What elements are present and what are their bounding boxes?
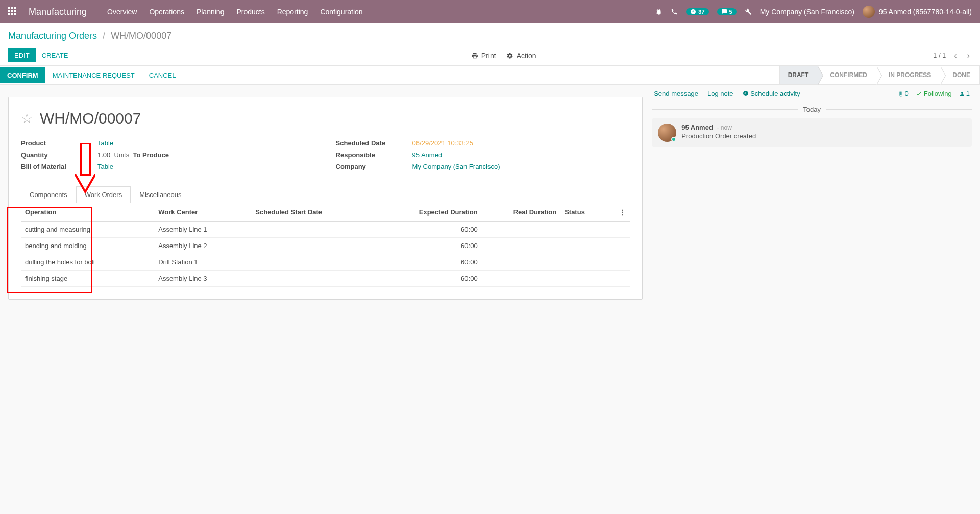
cell-operation: bending and molding [21,238,154,254]
pager-next[interactable]: › [965,51,972,60]
stage-inprogress[interactable]: IN PROGRESS [876,66,940,84]
table-row[interactable]: bending and moldingAssembly Line 260:00 [21,238,630,254]
user-menu[interactable]: 95 Anmed (8567780-14-0-all) [863,6,972,18]
col-startdate[interactable]: Scheduled Start Date [251,203,384,222]
cell-expdur: 60:00 [385,222,482,238]
stage-draft[interactable]: DRAFT [779,66,818,84]
chatter-message: 95 Anmed - now Production Order created [652,118,972,147]
chatter-date-divider: Today [652,106,972,113]
cell-expdur: 60:00 [385,254,482,271]
col-expdur[interactable]: Expected Duration [385,203,482,222]
bom-value[interactable]: Table [97,163,113,170]
bug-icon[interactable] [655,8,663,15]
cell-realdur [482,238,561,254]
cell-realdur [482,271,561,287]
workorders-table: Operation Work Center Scheduled Start Da… [21,203,630,287]
col-status[interactable]: Status [560,203,615,222]
status-bar: CONFIRM MAINTENANCE REQUEST CANCEL DRAFT… [0,66,980,85]
tabs: Components Work Orders Miscellaneous [21,186,630,203]
cell-startdate [251,254,384,271]
chatter: Send message Log note Schedule activity … [647,85,980,159]
stage-confirmed[interactable]: CONFIRMED [818,66,876,84]
message-author[interactable]: 95 Anmed [681,124,713,131]
cell-workcenter: Drill Station 1 [154,254,251,271]
breadcrumb: Manufacturing Orders / WH/MO/00007 [8,31,972,41]
pager-prev[interactable]: ‹ [952,51,959,60]
activity-badge[interactable]: 37 [686,8,708,15]
clock-icon [743,90,749,96]
action-button[interactable]: Action [506,52,536,60]
responsible-value[interactable]: 95 Anmed [412,151,443,159]
schedule-activity-button[interactable]: Schedule activity [743,90,800,97]
quantity-value: 1.00 [97,151,110,159]
phone-icon[interactable] [671,8,678,15]
scheduled-label: Scheduled Date [336,139,412,147]
discuss-count: 5 [729,9,732,15]
breadcrumb-root[interactable]: Manufacturing Orders [8,31,97,41]
company-switcher[interactable]: My Company (San Francisco) [760,8,854,16]
print-label: Print [481,52,496,60]
tools-icon[interactable] [745,8,752,15]
menu-planning[interactable]: Planning [197,8,225,16]
scheduled-value: 06/29/2021 10:33:25 [412,139,473,147]
breadcrumb-current: WH/MO/00007 [111,31,172,41]
create-button[interactable]: CREATE [36,48,75,62]
cell-status [560,238,615,254]
tab-workorders[interactable]: Work Orders [76,186,131,203]
table-row[interactable]: cutting and measuringAssembly Line 160:0… [21,222,630,238]
table-options-icon[interactable]: ⋮ [615,203,630,222]
cell-expdur: 60:00 [385,271,482,287]
top-menu: Overview Operations Planning Products Re… [107,8,363,16]
tab-misc[interactable]: Miscellaneous [131,186,190,203]
avatar-icon [863,6,875,18]
menu-products[interactable]: Products [236,8,264,16]
cancel-button[interactable]: CANCEL [142,67,183,83]
pager-text: 1 / 1 [933,52,946,59]
followers-button[interactable]: 1 [959,90,970,97]
activity-count: 37 [698,9,704,15]
cell-spacer [615,238,630,254]
quantity-unit: Units [114,151,130,159]
table-row[interactable]: drilling the holes for boltDrill Station… [21,254,630,271]
gear-icon [506,52,513,59]
attachments-button[interactable]: 0 [898,90,909,97]
stage-done[interactable]: DONE [940,66,980,84]
menu-operations[interactable]: Operations [149,8,184,16]
print-button[interactable]: Print [471,52,496,60]
company-value[interactable]: My Company (San Francisco) [412,163,500,170]
table-row[interactable]: finishing stageAssembly Line 360:00 [21,271,630,287]
send-message-button[interactable]: Send message [654,90,698,97]
quantity-label: Quantity [21,151,97,159]
log-note-button[interactable]: Log note [707,90,733,97]
menu-overview[interactable]: Overview [107,8,137,16]
status-stages: DRAFT CONFIRMED IN PROGRESS DONE [779,66,980,84]
edit-button[interactable]: EDIT [8,48,36,62]
confirm-button[interactable]: CONFIRM [0,67,45,83]
paperclip-icon [898,91,904,97]
cell-spacer [615,271,630,287]
cell-status [560,254,615,271]
cell-operation: cutting and measuring [21,222,154,238]
follower-count: 1 [966,90,970,97]
cell-status [560,222,615,238]
product-value[interactable]: Table [97,139,113,147]
following-button[interactable]: Following [916,90,952,97]
print-icon [471,52,478,59]
col-realdur[interactable]: Real Duration [482,203,561,222]
message-avatar [658,124,676,142]
maintenance-button[interactable]: MAINTENANCE REQUEST [45,67,142,83]
star-icon[interactable]: ☆ [21,111,33,127]
col-workcenter[interactable]: Work Center [154,203,251,222]
app-brand[interactable]: Manufacturing [29,7,87,17]
message-time: - now [717,124,731,131]
col-operation[interactable]: Operation [21,203,154,222]
cell-operation: drilling the holes for bolt [21,254,154,271]
discuss-badge[interactable]: 5 [717,8,737,15]
apps-icon[interactable] [8,7,17,16]
following-label: Following [924,90,952,97]
responsible-label: Responsible [336,151,412,159]
tab-components[interactable]: Components [21,186,76,203]
menu-reporting[interactable]: Reporting [277,8,308,16]
menu-configuration[interactable]: Configuration [320,8,362,16]
cell-expdur: 60:00 [385,238,482,254]
